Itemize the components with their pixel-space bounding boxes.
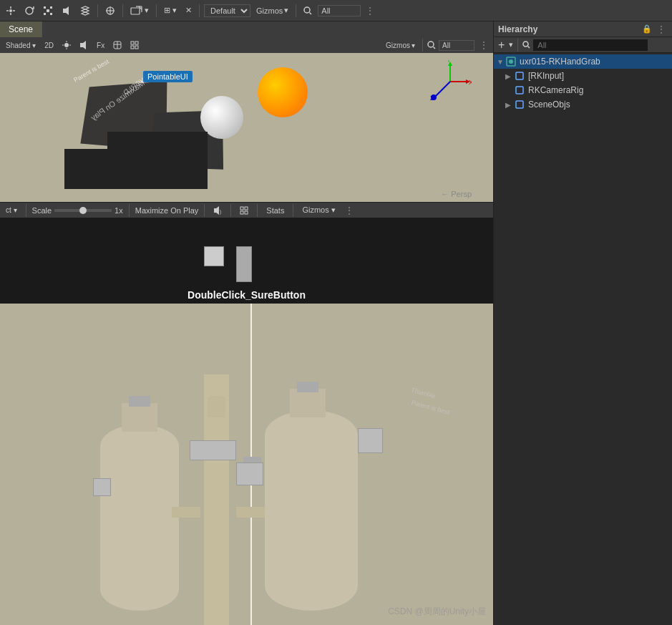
gizmos-dropdown-btn[interactable]: Gizmos ▾: [253, 4, 291, 16]
scene-tab[interactable]: Scene: [0, 21, 42, 37]
snap-settings-btn[interactable]: ✕: [182, 4, 195, 16]
svg-rect-52: [516, 87, 523, 94]
game-toolbar-right: Stats Gizmos ▾: [263, 204, 338, 217]
scene-more-btn[interactable]: ⋮: [477, 39, 490, 51]
separator-4: [199, 4, 200, 17]
right-tank-valve: [297, 382, 318, 392]
hierarchy-rkinput-label: [RKInput]: [528, 71, 564, 81]
doubleclick-label: DoubleClick_SureButton: [188, 289, 306, 301]
expand-arrow-sceneobjs: ▶: [505, 101, 514, 109]
search-icon-wrapper: [301, 5, 315, 16]
svg-rect-51: [516, 72, 523, 79]
hierarchy-lock-icon[interactable]: 🔒: [642, 24, 652, 34]
svg-rect-29: [135, 46, 138, 49]
right-tank-body: [265, 410, 358, 611]
rotate-tool-btn[interactable]: [21, 4, 37, 17]
game-audio-btn[interactable]: ): [210, 205, 225, 216]
svg-line-16: [310, 12, 312, 14]
game-more-btn[interactable]: ⋮: [343, 205, 356, 216]
svg-line-31: [434, 47, 436, 49]
pipe-top-cylinder: [208, 396, 225, 417]
scene-draw-mode-btn[interactable]: Shaded ▾: [3, 40, 39, 51]
game-content-area: Thumble Parent is best: [0, 304, 493, 625]
layout-btn[interactable]: ⊞ ▾: [161, 4, 180, 16]
svg-rect-4: [50, 6, 52, 9]
svg-rect-6: [50, 13, 52, 15]
persp-label: ← Persp: [441, 190, 472, 198]
search-input[interactable]: [318, 5, 361, 16]
svg-rect-3: [44, 6, 46, 9]
svg-text:X: X: [469, 79, 472, 86]
scene-audio-btn[interactable]: [77, 39, 91, 51]
scale-value: 1x: [115, 206, 123, 215]
left-tank-side-box: [93, 478, 111, 496]
scene-2d-btn[interactable]: 2D: [42, 40, 57, 51]
scene-tabs: Scene: [0, 21, 493, 37]
gt-sep5: [257, 204, 258, 217]
hierarchy-icons: 🔒 ⋮: [642, 24, 668, 35]
gizmos-label: Gizmos: [256, 6, 283, 15]
game-small-box-2: [236, 246, 252, 282]
layers-dropdown[interactable]: Default: [204, 4, 250, 17]
svg-text:Y: Y: [447, 60, 451, 64]
scale-label: Scale: [32, 206, 52, 215]
svg-point-15: [304, 7, 310, 13]
pipe-box-1: [190, 440, 236, 460]
audio-btn[interactable]: [59, 4, 74, 17]
global-btn[interactable]: ▾: [127, 4, 152, 17]
scale-tool-btn[interactable]: [40, 4, 56, 17]
hierarchy-panel: Hierarchy 🔒 ⋮ + ▾ ▼: [493, 21, 672, 625]
expand-arrow-root: ▼: [497, 58, 505, 66]
left-tank-neck: [122, 403, 157, 432]
svg-rect-43: [240, 207, 243, 210]
svg-text:): ): [220, 209, 221, 215]
hierarchy-item-rkinput[interactable]: ▶ [RKInput]: [494, 69, 672, 83]
scene-3d-content: Parent is best Maximize On Play WORLD Po…: [0, 53, 493, 202]
scene-search-icon: [427, 41, 436, 49]
hierarchy-search-input[interactable]: [533, 39, 648, 51]
game-gizmos-btn[interactable]: Gizmos ▾: [299, 205, 338, 215]
hierarchy-add-label: ▾: [509, 40, 513, 49]
hierarchy-add-btn[interactable]: +: [497, 39, 506, 51]
scene-grid-btn[interactable]: [127, 39, 142, 51]
left-panel: Scene Shaded ▾ 2D: [0, 21, 493, 625]
hierarchy-more-btn[interactable]: ⋮: [655, 24, 668, 35]
top-toolbar: ▾ ⊞ ▾ ✕ Default Gizmos ▾ ⋮: [0, 0, 672, 21]
hierarchy-root-label: uxr015-RKHandGrab: [520, 57, 600, 67]
hierarchy-item-root[interactable]: ▼ uxr015-RKHandGrab: [494, 54, 672, 69]
scale-slider[interactable]: [54, 209, 112, 212]
layers-btn[interactable]: [77, 4, 93, 17]
maximize-on-play-btn[interactable]: Maximize On Play: [135, 206, 199, 215]
svg-rect-27: [135, 42, 138, 44]
svg-point-30: [428, 42, 434, 47]
scene-light-btn[interactable]: [59, 39, 74, 51]
svg-marker-41: [214, 206, 219, 215]
scene-toolbar: Shaded ▾ 2D Fx: [0, 37, 493, 53]
hierarchy-item-sceneobjs[interactable]: ▶ SceneObjs: [494, 97, 672, 112]
svg-rect-45: [240, 211, 243, 214]
hierarchy-item-rkcamerarig[interactable]: RKCameraRig: [494, 83, 672, 97]
stats-btn[interactable]: Stats: [263, 205, 287, 215]
orange-sphere: [258, 67, 308, 117]
hierarchy-search-icon: [522, 41, 530, 49]
gt-sep2: [129, 204, 130, 217]
svg-rect-53: [516, 101, 523, 108]
separator-1: [97, 4, 98, 17]
display-selector[interactable]: ct ▾: [3, 205, 20, 215]
scene-gizmos-btn[interactable]: Gizmos ▾: [383, 40, 418, 51]
scene-skybox-btn[interactable]: [110, 39, 125, 51]
toolbar-more-btn[interactable]: ⋮: [364, 5, 376, 16]
move-tool-btn[interactable]: [3, 4, 19, 17]
gt-sep6: [293, 204, 293, 217]
separator-5: [296, 4, 296, 17]
thumb-label: Thumble: [410, 387, 436, 400]
scene-search-input[interactable]: [439, 40, 474, 51]
scene-fx-btn[interactable]: Fx: [94, 40, 107, 51]
right-tank-attach: [358, 428, 383, 453]
svg-marker-7: [63, 6, 69, 15]
pivot-btn[interactable]: [102, 4, 118, 17]
svg-rect-28: [131, 46, 134, 49]
game-grid-btn[interactable]: [237, 205, 251, 216]
svg-line-36: [436, 82, 450, 96]
scene-file-icon: [505, 56, 517, 67]
